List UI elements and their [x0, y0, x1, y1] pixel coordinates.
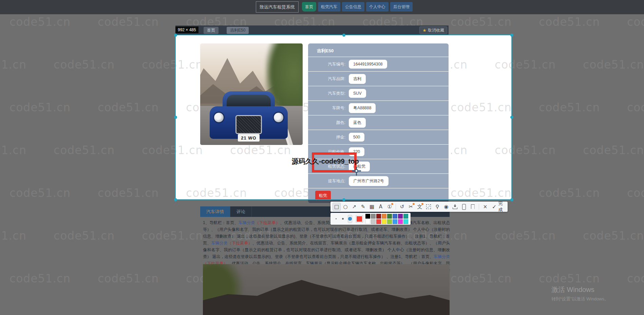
nav-tabs: 首页租凭汽车公告信息个人中心后台管理	[302, 2, 413, 12]
palette-color-swatch[interactable]	[403, 219, 408, 224]
breadcrumb-home-button[interactable]: 首页	[204, 27, 219, 34]
ellipse-tool-icon[interactable]: ○	[341, 203, 349, 211]
stroke-size-large-selected[interactable]	[348, 215, 352, 223]
palette-color-swatch[interactable]	[371, 214, 376, 219]
unfavorite-label: 取消收藏	[428, 27, 444, 33]
mosaic-tool-icon[interactable]: ▦	[368, 203, 376, 211]
nav-tab-公告信息[interactable]: 公告信息	[342, 2, 364, 12]
watermark-text: code51.cn	[0, 144, 26, 157]
bookmark-icon[interactable]	[469, 203, 477, 211]
field-label: 汽车类型:	[308, 91, 349, 96]
selection-handle[interactable]	[174, 116, 177, 119]
confirm-capture-button[interactable]: ✓完成	[490, 201, 506, 213]
windows-activation-notice: 激活 Windows 转到“设置”以激活 Windows。	[551, 285, 609, 302]
text-tool-icon[interactable]: A	[377, 203, 385, 211]
cancel-icon[interactable]: ×	[481, 203, 489, 211]
extract-text-icon[interactable]: ⤢	[424, 203, 433, 211]
palette-color-swatch[interactable]	[393, 219, 397, 224]
watermark-text: code51.cn	[451, 101, 512, 114]
tab-汽车详情[interactable]: 汽车详情	[200, 206, 230, 217]
watermark-text: code51.cn	[98, 15, 159, 29]
car-photo: 21 WO	[200, 43, 303, 145]
photo-car: 21 WO	[210, 88, 288, 139]
nav-tab-个人中心[interactable]: 个人中心	[366, 2, 389, 12]
nav-tab-首页[interactable]: 首页	[302, 2, 316, 12]
rent-button[interactable]: 租凭	[315, 191, 331, 201]
description-segment[interactable]: 车辆分类	[211, 241, 228, 245]
palette-color-swatch[interactable]	[376, 219, 381, 224]
palette-color-swatch[interactable]	[398, 214, 403, 219]
confirm-label: 完成	[498, 201, 504, 213]
watermark-text: code51.cn	[0, 229, 26, 242]
crosshair-cursor	[352, 167, 361, 175]
field-value: 广州市广州路2号	[349, 176, 389, 186]
nav-tab-租凭汽车[interactable]: 租凭汽车	[318, 2, 340, 12]
palette-color-swatch[interactable]	[365, 214, 370, 219]
palette-color-swatch[interactable]	[393, 214, 397, 219]
selection-handle[interactable]	[510, 116, 513, 119]
selection-handle[interactable]	[510, 198, 513, 201]
field-value: 吉利	[349, 74, 366, 84]
description-segment: 1、导航栏：首页、	[203, 220, 239, 225]
palette-color-swatch[interactable]	[376, 214, 381, 219]
source-watermark-text: 源码久久-code99_top	[292, 157, 359, 166]
description-segment[interactable]: 车辆分类	[434, 254, 450, 259]
watermark-text: code51.cn	[0, 58, 26, 71]
watermark-text: code51.cn	[451, 15, 512, 29]
pin-icon[interactable]: ⚲	[433, 203, 441, 211]
watermark-text: code51.cn	[54, 144, 115, 157]
description-segment[interactable]: 车辆分类	[239, 220, 255, 225]
nav-tab-后台管理[interactable]: 后台管理	[390, 2, 413, 12]
arrow-tool-icon[interactable]: ↗	[350, 203, 358, 211]
palette-color-swatch[interactable]	[403, 214, 408, 219]
selection-handle[interactable]	[174, 198, 177, 201]
palette-color-swatch[interactable]	[398, 219, 403, 224]
selection-handle[interactable]	[342, 198, 345, 201]
palette-color-swatch[interactable]	[365, 219, 370, 224]
palette-color-swatch[interactable]	[387, 214, 392, 219]
car-field-row: 汽车品牌:吉利	[308, 71, 449, 86]
tab-评论[interactable]: 评论	[230, 206, 252, 217]
palette-color-swatch[interactable]	[371, 219, 376, 224]
watermark-text: code51.cn	[98, 186, 159, 200]
palette-color-swatch[interactable]	[382, 219, 386, 224]
step-number-tool-icon[interactable]: ①	[385, 203, 394, 211]
to-phone-icon[interactable]	[460, 203, 468, 211]
watermark-text: code51.cn	[495, 58, 512, 71]
description-segment: （下拉菜单）	[255, 220, 280, 225]
palette-color-swatch[interactable]	[387, 219, 392, 224]
watermark-text: code51.cn	[495, 144, 512, 157]
selection-handle[interactable]	[510, 34, 513, 37]
watermark-text: code51.cn	[627, 186, 644, 200]
car-field-row: 汽车类型:SUV	[308, 86, 449, 100]
palette-color-swatch[interactable]	[382, 214, 386, 219]
field-value: SUV	[349, 89, 366, 98]
toolbar-separator	[396, 204, 396, 210]
breadcrumb-page-button[interactable]: 吉利E50	[227, 27, 249, 34]
selection-handle[interactable]	[342, 34, 345, 37]
description-segment: 1、导航栏：首页、	[399, 254, 434, 259]
save-icon[interactable]	[451, 203, 459, 211]
car-field-row: 提车地点:广州市广州路2号	[308, 173, 449, 188]
undo-icon[interactable]: ↺	[398, 203, 406, 211]
breadcrumb-bar: 首页 吉利E50 ★ 取消收藏	[175, 25, 449, 35]
ocr-translate-icon[interactable]: 文	[416, 203, 424, 211]
current-color-swatch[interactable]	[356, 215, 363, 223]
field-label: 汽车品牌:	[308, 76, 349, 82]
watermark-text: code51.cn	[451, 186, 512, 200]
record-icon[interactable]: ◉	[442, 203, 450, 211]
field-value: 500	[349, 133, 364, 142]
pen-tool-icon[interactable]: ✎	[359, 203, 367, 211]
watermark-text: code51.cn	[54, 58, 115, 71]
unfavorite-button[interactable]: ★ 取消收藏	[419, 26, 447, 34]
stroke-size-small[interactable]	[336, 218, 337, 219]
description-segment: （下拉菜单）	[228, 241, 252, 245]
capture-tool-options	[330, 213, 411, 225]
rect-tool-icon[interactable]: □	[333, 203, 341, 211]
watermark-text: code51.cn	[10, 186, 71, 200]
watermark-text: code51.cn	[98, 272, 159, 285]
watermark-text: code51.cn	[583, 58, 644, 71]
selection-handle[interactable]	[174, 34, 177, 37]
stroke-size-medium[interactable]	[342, 218, 344, 220]
scroll-capture-icon[interactable]: ✂	[407, 203, 415, 211]
